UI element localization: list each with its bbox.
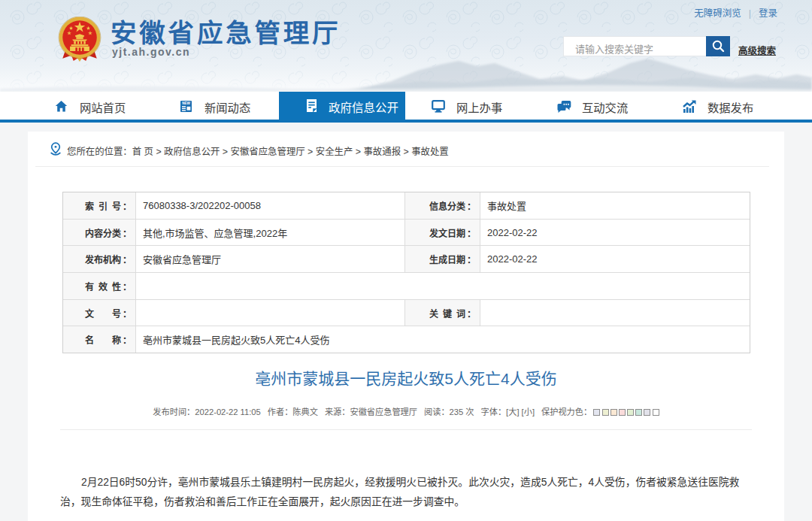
svg-text:NEW: NEW [182,101,190,105]
